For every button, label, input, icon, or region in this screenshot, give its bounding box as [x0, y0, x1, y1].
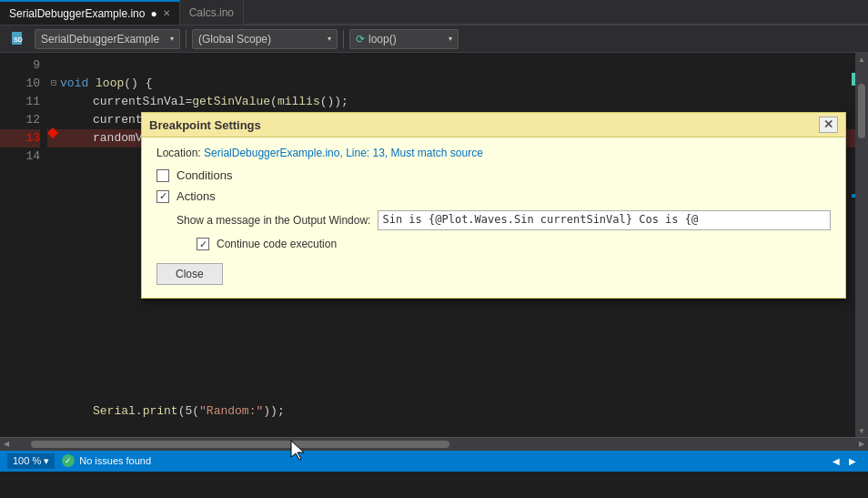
ln-9: 9: [0, 56, 40, 75]
toolbar-separator-1: [186, 30, 187, 48]
fold-icon-10[interactable]: ⊟: [51, 75, 56, 93]
bp-actions-checkbox[interactable]: ✓: [156, 190, 169, 203]
status-zoom-label: 100 %: [13, 455, 41, 466]
tab-serial-dot: ●: [150, 7, 156, 20]
status-issues-label: No issues found: [79, 455, 151, 466]
ln-11: 11: [0, 93, 40, 111]
scroll-up-arrow[interactable]: ▲: [855, 53, 868, 66]
fn-getsin: getSinValue: [192, 93, 270, 111]
bp-location: Location: SerialDebuggerExample.ino, Lin…: [156, 147, 831, 159]
hscroll-thumb[interactable]: [31, 441, 449, 448]
bp-show-message-label: Show a message in the Output Window:: [177, 214, 370, 227]
breakpoint-popup: Breakpoint Settings ✕ Location: SerialDe…: [141, 112, 846, 299]
bp-continue-checkbox[interactable]: ✓: [197, 238, 209, 250]
bp-location-link[interactable]: SerialDebuggerExample.ino, Line: 13, Mus…: [204, 147, 483, 159]
code-11c: ());: [320, 93, 348, 111]
bp-content: Location: SerialDebuggerExample.ino, Lin…: [142, 137, 845, 298]
status-nav-left[interactable]: ◀: [828, 452, 844, 469]
indent-14: [51, 402, 86, 421]
bp-conditions-label: Conditions: [177, 168, 232, 182]
bp-conditions-checkbox[interactable]: [156, 169, 169, 182]
indent-11: [51, 93, 86, 111]
status-check-icon: ✓: [62, 454, 75, 467]
scrollbar-track[interactable]: [855, 66, 868, 424]
function-arrow: ▾: [449, 35, 452, 43]
bp-continue-label: Continue code execution: [217, 238, 337, 250]
status-bar: 100 % ▾ ✓ No issues found ◀ ▶: [0, 450, 868, 472]
scrollbar-thumb[interactable]: [858, 84, 865, 138]
hscroll-track[interactable]: [13, 438, 855, 451]
code-11b: (: [270, 93, 278, 111]
str-random: "Random:": [199, 402, 263, 421]
ln-14: 14: [0, 147, 40, 166]
toolbar-separator-2: [343, 30, 344, 48]
code-14d: ));: [263, 402, 284, 421]
bp-title: Breakpoint Settings: [149, 118, 261, 132]
code-14b: .: [136, 402, 143, 421]
status-zoom-arrow: ▾: [44, 455, 49, 467]
bp-show-message-row: Show a message in the Output Window: Sin…: [177, 210, 831, 230]
global-scope-arrow: ▾: [328, 35, 331, 43]
bp-conditions-row: Conditions: [156, 168, 831, 182]
tab-calcs[interactable]: Calcs.ino: [180, 0, 244, 25]
editor-scrollbar[interactable]: ▲ ▼: [855, 53, 868, 437]
scope-dropdown-value: SerialDebuggerExample: [41, 33, 159, 46]
editor-area: 9 10 11 12 13 14 ⊟ void loop () { curren…: [0, 53, 868, 437]
scroll-position-indicator: [852, 194, 855, 198]
status-right: ◀ ▶: [828, 452, 861, 469]
function-value: loop(): [368, 33, 397, 46]
bp-continue-row: ✓ Continue code execution: [197, 238, 831, 250]
ln-13: 13: [0, 129, 40, 147]
green-indicator: [852, 73, 855, 86]
hscroll-right-arrow[interactable]: ▶: [855, 438, 868, 451]
file-icon: SD: [10, 31, 26, 47]
status-issues: ✓ No issues found: [62, 454, 151, 467]
code-line-11: currentSinVal = getSinValue ( millis ())…: [47, 93, 868, 111]
status-nav-right[interactable]: ▶: [844, 452, 861, 469]
status-left: 100 % ▾ ✓ No issues found: [7, 453, 151, 469]
bp-close-header-btn[interactable]: ✕: [819, 117, 838, 133]
ln-10: 10: [0, 75, 40, 93]
tab-serial-close[interactable]: ✕: [163, 8, 170, 18]
code-line-10: ⊟ void loop () {: [47, 75, 868, 93]
fn-millis-11: millis: [278, 93, 320, 111]
bp-show-message-value: Sin is {@Plot.Waves.Sin currentSinVal} C…: [382, 213, 698, 226]
hscroll-left-arrow[interactable]: ◀: [0, 438, 13, 451]
fn-print: print: [143, 402, 178, 421]
tab-serial[interactable]: SerialDebuggerExample.ino ● ✕: [0, 0, 180, 25]
ln-12: 12: [0, 111, 40, 129]
fn-serial-print: Serial: [93, 402, 136, 421]
code-14c: (5(: [178, 402, 199, 421]
global-scope-value: (Global Scope): [198, 33, 271, 46]
function-icon: ⟳: [356, 33, 365, 46]
bp-location-prefix: Location:: [156, 147, 204, 159]
toolbar: SD SerialDebuggerExample ▾ (Global Scope…: [0, 25, 868, 53]
bp-show-message-input[interactable]: Sin is {@Plot.Waves.Sin currentSinVal} C…: [378, 210, 831, 230]
svg-marker-2: [47, 127, 58, 138]
hscroll-bar: ◀ ▶: [0, 437, 868, 450]
tab-serial-label: SerialDebuggerExample.ino: [9, 7, 145, 20]
tab-calcs-label: Calcs.ino: [189, 6, 234, 19]
kw-void: void: [60, 75, 88, 93]
tab-bar: SerialDebuggerExample.ino ● ✕ Calcs.ino: [0, 0, 868, 25]
assign-11: =: [185, 93, 192, 111]
function-dropdown[interactable]: ⟳ loop() ▾: [349, 29, 459, 49]
kw-loop: loop: [96, 75, 124, 93]
var-current-sin: currentSinVal: [93, 93, 185, 111]
bp-header: Breakpoint Settings ✕: [142, 113, 845, 137]
check-mark: ✓: [65, 456, 72, 465]
status-zoom[interactable]: 100 % ▾: [7, 453, 55, 469]
breakpoint-diamond: [47, 126, 60, 147]
scope-dropdown-arrow: ▾: [170, 35, 174, 43]
bp-actions-label: Actions: [177, 189, 216, 203]
code-paren-10: () {: [124, 75, 152, 93]
code-line-14: Serial . print (5( "Random:" ));: [47, 402, 868, 421]
svg-text:SD: SD: [14, 36, 23, 43]
bp-close-button[interactable]: Close: [156, 263, 223, 285]
file-icon-item[interactable]: SD: [4, 27, 33, 51]
scroll-down-arrow[interactable]: ▼: [855, 424, 868, 437]
tab-filler: [244, 0, 868, 25]
bp-actions-row: ✓ Actions: [156, 189, 831, 203]
scope-dropdown[interactable]: SerialDebuggerExample ▾: [35, 29, 180, 49]
global-scope-dropdown[interactable]: (Global Scope) ▾: [192, 29, 338, 49]
